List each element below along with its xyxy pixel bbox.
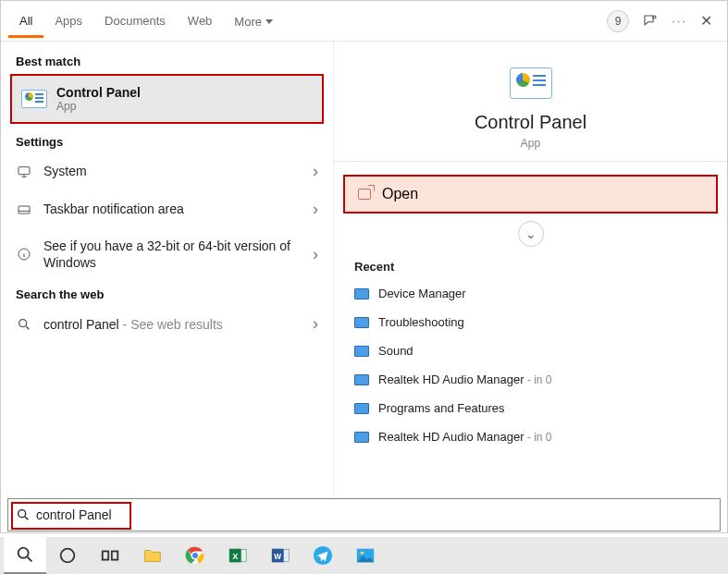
control-panel-mini-icon — [354, 346, 369, 357]
recent-realtek-1[interactable]: Realtek HD Audio Manager - in 0 — [334, 365, 727, 394]
tab-all[interactable]: All — [8, 5, 43, 38]
taskbar-search-button[interactable] — [4, 537, 46, 574]
svg-rect-16 — [241, 550, 247, 562]
preview-panel: Control Panel App Open ⌄ Recent Device M… — [334, 42, 727, 532]
svg-text:X: X — [232, 552, 239, 561]
top-right-controls: 9 ··· ✕ — [607, 10, 720, 32]
chevron-right-icon: › — [313, 162, 318, 181]
search-bar[interactable] — [7, 498, 721, 531]
taskbar-file-explorer[interactable] — [131, 537, 174, 574]
settings-row-bits[interactable]: See if you have a 32-bit or 64-bit versi… — [1, 228, 333, 280]
action-open[interactable]: Open — [343, 175, 718, 214]
top-bar: All Apps Documents Web More 9 ··· ✕ — [1, 1, 727, 42]
svg-point-0 — [653, 16, 656, 18]
chevron-right-icon: › — [313, 200, 318, 219]
chevron-right-icon: › — [313, 245, 318, 264]
svg-rect-2 — [19, 206, 30, 214]
best-match-control-panel[interactable]: Control Panel App — [10, 74, 324, 124]
taskbar-taskview-button[interactable] — [89, 537, 131, 574]
svg-point-7 — [61, 549, 75, 563]
taskbar-chrome[interactable] — [174, 537, 216, 574]
chevron-right-icon: › — [313, 314, 318, 334]
svg-point-22 — [361, 551, 364, 555]
web-row[interactable]: control Panel - See web results › — [1, 305, 333, 343]
chevron-down-icon — [265, 19, 273, 24]
control-panel-icon — [21, 90, 47, 108]
tab-apps[interactable]: Apps — [43, 5, 93, 38]
tab-web[interactable]: Web — [177, 5, 224, 38]
close-icon[interactable]: ✕ — [700, 12, 712, 30]
svg-point-6 — [19, 548, 29, 558]
settings-row-system[interactable]: System › — [1, 153, 333, 190]
best-match-sub: App — [56, 100, 141, 113]
tab-more[interactable]: More — [223, 5, 284, 38]
svg-text:W: W — [274, 553, 281, 561]
preview-title: Control Panel — [334, 112, 727, 133]
taskbar-cortana-button[interactable] — [46, 537, 89, 574]
svg-rect-9 — [112, 551, 117, 559]
taskbar-telegram[interactable] — [302, 537, 344, 574]
svg-rect-19 — [284, 550, 290, 562]
control-panel-mini-icon — [354, 288, 369, 299]
search-window: All Apps Documents Web More 9 ··· ✕ Best… — [0, 0, 728, 533]
section-search-web: Search the web — [1, 280, 333, 305]
settings-row-taskbar[interactable]: Taskbar notification area › — [1, 190, 333, 228]
recent-sound[interactable]: Sound — [334, 336, 727, 365]
feedback-icon[interactable] — [642, 13, 659, 30]
svg-point-5 — [19, 510, 26, 518]
taskbar-photos[interactable] — [344, 537, 387, 574]
section-best-match: Best match — [1, 47, 333, 72]
control-panel-icon-large — [510, 67, 552, 99]
open-icon — [358, 189, 371, 200]
recent-device-manager[interactable]: Device Manager — [334, 279, 727, 308]
tab-documents[interactable]: Documents — [93, 5, 177, 38]
more-options-icon[interactable]: ··· — [672, 14, 687, 28]
svg-rect-1 — [19, 166, 30, 174]
results-panel: Best match Control Panel App Settings Sy… — [1, 42, 334, 532]
search-icon — [16, 316, 32, 333]
filter-tabs: All Apps Documents Web More — [8, 5, 284, 38]
monitor-icon — [16, 164, 32, 180]
info-icon — [16, 246, 32, 263]
recent-troubleshooting[interactable]: Troubleshooting — [334, 308, 727, 336]
control-panel-mini-icon — [354, 374, 369, 385]
rewards-badge[interactable]: 9 — [607, 10, 629, 32]
expand-button[interactable]: ⌄ — [518, 221, 544, 247]
taskbar: X W — [0, 537, 728, 574]
recent-realtek-2[interactable]: Realtek HD Audio Manager - in 0 — [334, 422, 727, 451]
section-settings: Settings — [1, 128, 333, 153]
search-input[interactable] — [36, 507, 712, 522]
control-panel-mini-icon — [354, 403, 369, 414]
section-recent: Recent — [334, 250, 727, 279]
recent-programs-features[interactable]: Programs and Features — [334, 394, 727, 422]
taskbar-icon — [16, 202, 32, 218]
chevron-down-icon: ⌄ — [525, 226, 537, 241]
svg-rect-8 — [103, 551, 108, 559]
svg-point-4 — [19, 320, 27, 327]
preview-sub: App — [334, 137, 727, 150]
best-match-title: Control Panel — [56, 85, 141, 100]
control-panel-mini-icon — [354, 432, 369, 443]
taskbar-word[interactable]: W — [259, 537, 302, 574]
action-open-label: Open — [382, 186, 418, 202]
search-icon — [16, 507, 31, 522]
body: Best match Control Panel App Settings Sy… — [1, 42, 727, 532]
control-panel-mini-icon — [354, 317, 369, 328]
taskbar-excel[interactable]: X — [216, 537, 259, 574]
